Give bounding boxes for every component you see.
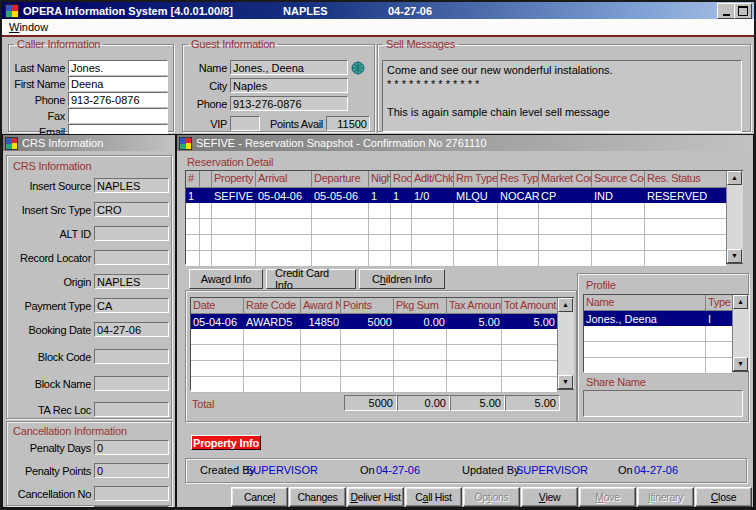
insert-source-field: NAPLES (94, 178, 169, 193)
snapshot-window-title: SEFIVE - Reservation Snapshot - Confirma… (196, 137, 487, 149)
alt-id-field (94, 226, 169, 241)
guest-phone-label: Phone (185, 98, 227, 110)
empty-table-row (186, 203, 726, 219)
cell: 5.00 (502, 314, 557, 329)
maximize-button[interactable] (734, 3, 752, 19)
reservation-table-scrollbar[interactable]: ▲ ▼ (726, 171, 743, 263)
cell: CP (539, 188, 592, 203)
first-name-input[interactable]: Deena (68, 76, 168, 91)
cancellation-dt-field (94, 506, 169, 508)
cell: 1 (369, 188, 391, 203)
call-hist-button[interactable]: Call Hist (405, 487, 462, 507)
award-table-scrollbar[interactable]: ▲ ▼ (557, 298, 574, 389)
scroll-up-icon[interactable]: ▲ (558, 298, 573, 312)
sell-message-line: Come and see our new wonderful instalati… (387, 63, 737, 77)
column-header: Name (584, 295, 706, 311)
column-header: Date (191, 298, 244, 314)
tab-children-info[interactable]: Children Info (359, 269, 445, 289)
field-row: TA Rec Loc (9, 402, 169, 417)
cell: 5.00 (447, 314, 502, 329)
scroll-up-icon[interactable]: ▲ (727, 171, 742, 185)
table-header-row: Name Type (584, 295, 732, 311)
share-name-heading: Share Name (586, 376, 646, 388)
options-button[interactable]: Options (463, 487, 520, 507)
close-button[interactable]: Close (695, 487, 752, 507)
insert-src-type-label: Insert Src Type (9, 204, 91, 216)
penalty-points-label: Penalty Points (9, 465, 91, 477)
scroll-down-icon[interactable]: ▼ (558, 375, 573, 389)
cell: IND (592, 188, 645, 203)
updated-by-label: Updated By (462, 464, 519, 476)
tab-award-info[interactable]: Award Info (189, 269, 263, 289)
last-name-input[interactable]: Jones. (68, 60, 168, 75)
sell-message-line: This is again sample chain level sell me… (387, 105, 737, 119)
scroll-down-icon[interactable]: ▼ (727, 249, 742, 263)
cell: 05-05-06 (312, 188, 369, 203)
guest-name-label: Name (185, 62, 227, 74)
profile-globe-icon[interactable] (351, 61, 365, 75)
profile-heading: Profile (586, 279, 616, 291)
profile-row-selected[interactable]: Jones., Deena I (584, 311, 732, 326)
guest-phone-field: 913-276-0876 (230, 96, 348, 111)
field-row: ALT ID (9, 226, 169, 241)
guest-name-field: Jones., Deena (230, 60, 348, 75)
field-row: Phone 913-276-0876 (185, 96, 348, 111)
field-row: Block Name (9, 376, 169, 391)
column-header: Departure (312, 171, 369, 188)
tab-credit-card-info[interactable]: Credit Card Info (266, 269, 356, 289)
itinerary-button[interactable]: Itinerary (637, 487, 694, 507)
minimize-button[interactable] (717, 3, 735, 19)
sell-messages-title: Sell Messages (383, 38, 458, 50)
deliver-hist-button[interactable]: Deliver Hist (347, 487, 404, 507)
updated-by-value: SUPERVISOR (516, 464, 588, 476)
field-row: Cancellation Dt (9, 506, 169, 508)
caller-phone-input[interactable]: 913-276-0876 (68, 92, 168, 107)
cancellation-section-heading: Cancellation Information (13, 425, 127, 437)
cell: 0.00 (394, 314, 447, 329)
ta-rec-loc-label: TA Rec Loc (9, 404, 91, 416)
block-code-label: Block Code (9, 351, 91, 363)
caller-phone-label: Phone (11, 94, 65, 106)
empty-table-row (584, 326, 732, 342)
empty-table-row (186, 251, 726, 267)
cell: MLQU (454, 188, 498, 203)
guest-information-group: Guest Information Name Jones., Deena Cit… (182, 38, 375, 132)
table-header-row: Date Rate Code Award No Points Pkg Sum T… (191, 298, 557, 314)
column-header: Night (369, 171, 391, 188)
column-header: # (186, 171, 200, 188)
field-row: Fax (11, 108, 168, 123)
snapshot-window-titlebar: SEFIVE - Reservation Snapshot - Confirma… (177, 135, 753, 151)
vip-field (230, 116, 260, 131)
property-info-button[interactable]: Property Info (191, 435, 261, 450)
sell-messages-group: Sell Messages Come and see our new wonde… (377, 38, 751, 132)
changes-button[interactable]: Changes (289, 487, 346, 507)
menu-bar: Window (2, 19, 754, 35)
scroll-down-icon[interactable]: ▼ (733, 357, 748, 371)
reservation-row-selected[interactable]: 1 SEFIVE 05-04-06 05-05-06 1 1 1/0 MLQU … (186, 188, 726, 203)
reservation-detail-table: # Property Arrival Departure Night Roon … (185, 170, 743, 264)
column-header: Market Code (539, 171, 592, 188)
menu-window[interactable]: Window (9, 21, 48, 33)
award-row-selected[interactable]: 05-04-06 AWARD5 14850 5000 0.00 5.00 5.0… (191, 314, 557, 329)
column-header: Property (212, 171, 256, 188)
column-header: Res. Status (645, 171, 726, 188)
column-header: Points (341, 298, 394, 314)
penalty-days-field: 0 (94, 440, 169, 455)
maximize-icon (738, 6, 748, 16)
column-header: Rate Code (244, 298, 301, 314)
cancel-button[interactable]: Cancel (231, 487, 288, 507)
sell-message-line: * * * * * * * * * * * * * (387, 77, 737, 91)
view-button[interactable]: View (521, 487, 578, 507)
block-name-label: Block Name (9, 378, 91, 390)
empty-table-row (584, 342, 732, 358)
move-button[interactable]: Move (579, 487, 636, 507)
snapshot-window-icon (179, 137, 192, 150)
cancellation-no-field (94, 486, 169, 501)
empty-table-row (191, 361, 557, 377)
cell: RESERVED (645, 188, 726, 203)
scroll-up-icon[interactable]: ▲ (733, 295, 748, 309)
field-row: VIP Points Avail 11500 (185, 116, 370, 131)
cell: 1 (391, 188, 412, 203)
fax-input[interactable] (68, 108, 168, 123)
profile-table-scrollbar[interactable]: ▲ ▼ (732, 295, 749, 371)
